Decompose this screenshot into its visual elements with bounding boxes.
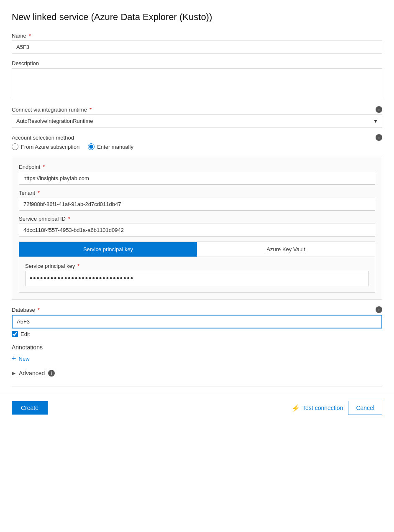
name-required: * [29, 33, 31, 39]
create-button[interactable]: Create [12, 401, 48, 415]
account-method-label: Account selection method [12, 135, 74, 141]
service-key-input[interactable] [25, 271, 369, 286]
advanced-section[interactable]: ▶ Advanced i [12, 370, 382, 377]
footer-divider [12, 387, 382, 387]
name-label: Name * [12, 33, 382, 39]
connect-runtime-select[interactable]: AutoResolveIntegrationRuntime [12, 115, 382, 127]
tenant-required: * [38, 190, 40, 196]
radio-manual-label: Enter manually [97, 144, 133, 150]
new-label: New [19, 356, 30, 362]
annotations-section: Annotations + New [12, 344, 382, 362]
endpoint-required: * [43, 164, 45, 170]
service-id-required: * [68, 216, 70, 222]
service-id-field-group: Service principal ID * [19, 216, 375, 237]
manual-entry-subsection: Endpoint * Tenant * Service principal ID… [12, 157, 382, 300]
database-input[interactable] [12, 315, 382, 328]
advanced-info-icon[interactable]: i [48, 370, 55, 377]
endpoint-label: Endpoint * [19, 164, 375, 170]
cancel-button[interactable]: Cancel [348, 401, 382, 415]
database-label: Database * [12, 307, 40, 313]
connect-info-icon[interactable]: i [376, 106, 382, 113]
description-input[interactable] [12, 68, 382, 98]
key-field-label: Service principal key * [25, 263, 369, 269]
account-method-radio-group: From Azure subscription Enter manually [12, 143, 382, 150]
tenant-field-group: Tenant * [19, 190, 375, 211]
account-method-info-icon[interactable]: i [376, 134, 382, 141]
account-method-field-group: Account selection method i From Azure su… [12, 134, 382, 150]
edit-checkbox[interactable] [12, 331, 18, 337]
test-connection-label: Test connection [302, 405, 343, 411]
account-method-header: Account selection method i [12, 134, 382, 141]
key-tab-group: Service principal key Azure Key Vault Se… [19, 242, 375, 293]
connect-runtime-label: Connect via integration runtime * [12, 107, 92, 113]
advanced-chevron-icon: ▶ [12, 370, 15, 376]
footer-right: ⚡ Test connection Cancel [292, 401, 382, 415]
connect-runtime-header: Connect via integration runtime * i [12, 106, 382, 113]
key-tab-bar: Service principal key Azure Key Vault [19, 242, 375, 257]
test-connection-button[interactable]: ⚡ Test connection [292, 404, 343, 412]
tab-service-principal-key[interactable]: Service principal key [19, 242, 197, 257]
tab-content-service-key: Service principal key * [19, 257, 375, 293]
footer: Create ⚡ Test connection Cancel [0, 394, 394, 422]
database-required: * [38, 307, 40, 313]
database-header: Database * i [12, 306, 382, 313]
key-required: * [77, 263, 79, 269]
new-annotation-button[interactable]: + New [12, 355, 30, 362]
name-field-group: Name * [12, 33, 382, 53]
connect-runtime-field-group: Connect via integration runtime * i Auto… [12, 106, 382, 127]
test-connection-icon: ⚡ [292, 404, 300, 412]
tenant-label: Tenant * [19, 190, 375, 196]
radio-azure-label: From Azure subscription [21, 144, 79, 150]
annotations-label: Annotations [12, 344, 382, 351]
edit-row: Edit [12, 331, 382, 337]
edit-label: Edit [20, 331, 30, 337]
description-field-group: Description [12, 60, 382, 99]
endpoint-field-group: Endpoint * [19, 164, 375, 185]
service-id-label: Service principal ID * [19, 216, 375, 222]
page-title: New linked service (Azure Data Explorer … [12, 12, 382, 23]
endpoint-input[interactable] [19, 172, 375, 185]
radio-azure-input[interactable] [12, 143, 18, 150]
tab-azure-key-vault[interactable]: Azure Key Vault [197, 242, 375, 257]
advanced-label: Advanced [19, 370, 45, 377]
database-field-group: Database * i Edit [12, 306, 382, 337]
plus-icon: + [12, 355, 16, 362]
database-info-icon[interactable]: i [376, 306, 382, 313]
description-label: Description [12, 60, 382, 66]
service-id-input[interactable] [19, 224, 375, 237]
radio-enter-manually[interactable]: Enter manually [88, 143, 133, 150]
connect-required: * [90, 107, 92, 113]
connect-runtime-select-wrapper: AutoResolveIntegrationRuntime ▼ [12, 115, 382, 127]
name-input[interactable] [12, 41, 382, 53]
radio-azure-subscription[interactable]: From Azure subscription [12, 143, 79, 150]
radio-manual-input[interactable] [88, 143, 95, 150]
tenant-input[interactable] [19, 198, 375, 211]
